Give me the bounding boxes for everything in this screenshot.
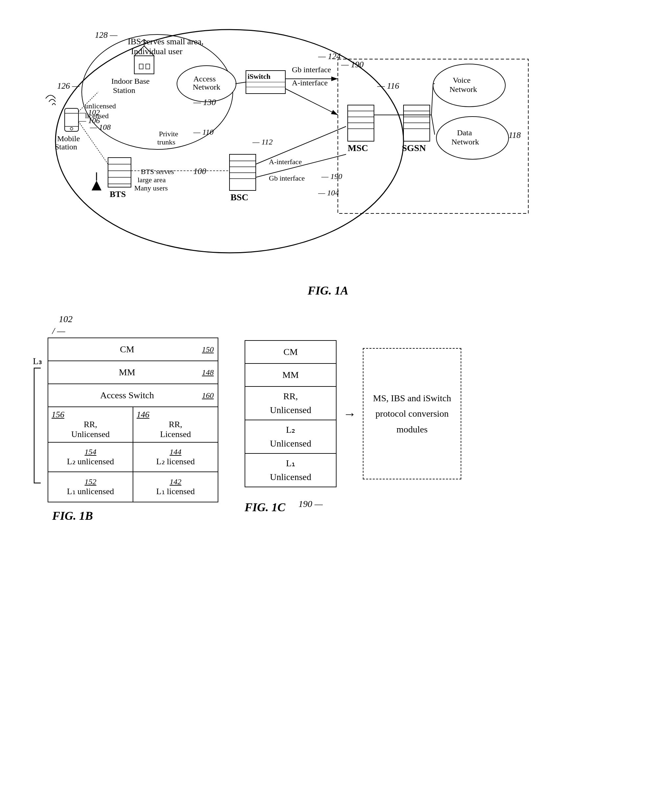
ref-112: — 112 (252, 138, 273, 146)
ref-124: — 124 (318, 51, 341, 61)
data-network-label1: Data (457, 128, 472, 137)
fig1b-area: 102 / — L₃ CM 150 (32, 314, 218, 523)
bts-label: BTS (110, 189, 126, 199)
ref-160: 160 (202, 391, 214, 400)
l1-licensed-label: L₁ licensed (156, 486, 195, 496)
gb-interface-bottom: Gb interface (269, 174, 305, 182)
ibs-title-line1: IBS serves small area, (128, 37, 204, 46)
fig-bottom-row: 102 / — L₃ CM 150 (32, 314, 624, 523)
rr-licensed-ref: 146 (136, 410, 149, 420)
svg-rect-41 (229, 154, 256, 190)
indoor-base-station-label2: Station (113, 86, 135, 94)
bts-desc3: Many users (134, 184, 168, 192)
a-interface-top: A-interface (292, 79, 328, 87)
iswitch-label: iSwitch (248, 72, 271, 80)
ref-110: — 110 (193, 128, 214, 136)
l2-licensed-label: L₂ licensed (156, 456, 195, 467)
access-network-label2: Network (193, 83, 220, 91)
ref-190-bottom1: — 190 (321, 172, 342, 181)
bsc-label: BSC (231, 192, 248, 202)
bts-desc1: BTS serves (141, 167, 174, 176)
svg-rect-21 (404, 105, 430, 141)
network-diagram-svg: IBS serves small area, Individual user 1… (32, 13, 624, 276)
svg-line-14 (285, 89, 338, 115)
fig1c-ref-190: 190 — (299, 499, 323, 509)
fig1c-l1-unlicensed: L₁Unlicensed (270, 456, 311, 484)
mm-label: MM (52, 367, 202, 377)
voice-network-label1: Voice (453, 76, 470, 84)
ref-128: 128 — (95, 30, 118, 40)
ref-142: 142 (170, 478, 181, 486)
cm-label: CM (52, 344, 202, 355)
mobile-station-label1: Mobile (57, 134, 80, 143)
svg-rect-5 (146, 64, 150, 69)
l2-unlicensed-label: L₂ unlicensed (67, 456, 114, 467)
sgsn-label: SGSN (402, 143, 426, 153)
fig1b-ref-102: 102 (59, 314, 73, 325)
fig1c-label: FIG. 1C (244, 500, 285, 514)
ref-152: 152 (85, 478, 96, 486)
ref-100: 100 (193, 167, 206, 176)
svg-point-35 (70, 127, 73, 130)
ref-148: 148 (202, 368, 214, 377)
rr-unlicensed-label: RR, (84, 420, 97, 430)
access-switch-label: Access Switch (52, 390, 202, 401)
svg-rect-2 (134, 56, 154, 74)
rr-licensed-sub: Licensed (160, 430, 191, 439)
fig1c-cm: CM (283, 347, 298, 357)
fig1c-dashed-text: MS, IBS and iSwitch protocol conversion … (370, 390, 454, 437)
rr-unlicensed-sub: Unlicensed (71, 430, 110, 439)
fig1b-wrapper: L₃ CM 150 MM 148 (32, 337, 218, 503)
fig1c-rr-unlicensed: RR,Unlicensed (270, 390, 311, 417)
fig1c-l2-unlicensed: L₂Unlicensed (270, 423, 311, 450)
fig1b-protocol-table: CM 150 MM 148 Access Switch 160 (48, 337, 218, 503)
indoor-base-station-label: Indoor Base (111, 77, 150, 85)
ref-190-top: — 190 (341, 60, 364, 69)
ref-154: 154 (85, 447, 96, 456)
ref-102: — 102 (79, 108, 100, 116)
fig1c-area: CM MM RR,Unlicensed L₂Unlicensed (244, 340, 461, 514)
bts-desc2: large area (138, 176, 166, 184)
ref-150: 150 (202, 345, 214, 354)
ref-118: 118 (509, 130, 521, 140)
fig1c-content: CM MM RR,Unlicensed L₂Unlicensed (244, 340, 461, 487)
rr-licensed-label: RR, (169, 420, 182, 430)
fig1b-label: FIG. 1B (52, 509, 93, 523)
data-network-label2: Network (452, 138, 479, 146)
svg-line-31 (432, 115, 435, 135)
a-interface-bottom: A-interface (269, 158, 302, 166)
fig1c-dashed-box: MS, IBS and iSwitch protocol conversion … (363, 348, 461, 479)
rr-unlicensed-ref: 156 (51, 410, 64, 420)
fig1a-label: FIG. 1A (308, 284, 348, 297)
fig1c-mm: MM (282, 370, 299, 380)
mobile-station-label2: Station (55, 142, 77, 151)
voice-network-label2: Network (449, 85, 477, 94)
svg-rect-36 (108, 158, 131, 187)
access-network-label1: Access (193, 74, 216, 83)
page-container: IBS serves small area, Individual user 1… (13, 13, 643, 523)
ref-130: — 130 (193, 97, 216, 107)
svg-line-29 (432, 84, 433, 115)
ref-116: — 116 (377, 81, 399, 91)
l3-label: L₃ (33, 356, 42, 367)
private-trunks2: trunks (157, 138, 175, 146)
svg-rect-16 (348, 105, 374, 141)
private-trunks1: Privite (159, 130, 178, 138)
fig1a-container: IBS serves small area, Individual user 1… (32, 13, 624, 277)
fig1c-table: CM MM RR,Unlicensed L₂Unlicensed (244, 340, 337, 487)
svg-marker-53 (91, 181, 101, 190)
ref-108: — 108 (90, 123, 111, 131)
ref-144: 144 (170, 447, 181, 456)
arrow-right: → (343, 406, 356, 422)
svg-rect-4 (139, 64, 143, 69)
msc-label: MSC (348, 143, 368, 153)
svg-line-51 (235, 82, 246, 84)
gb-interface-top: Gb interface (292, 65, 331, 74)
ref-104: — 104 (318, 189, 339, 197)
l1-unlicensed-label: L₁ unlicensed (67, 486, 114, 496)
svg-rect-32 (65, 108, 79, 131)
ref-126: 126 — (57, 81, 80, 91)
l3-bracket-svg (32, 367, 42, 485)
